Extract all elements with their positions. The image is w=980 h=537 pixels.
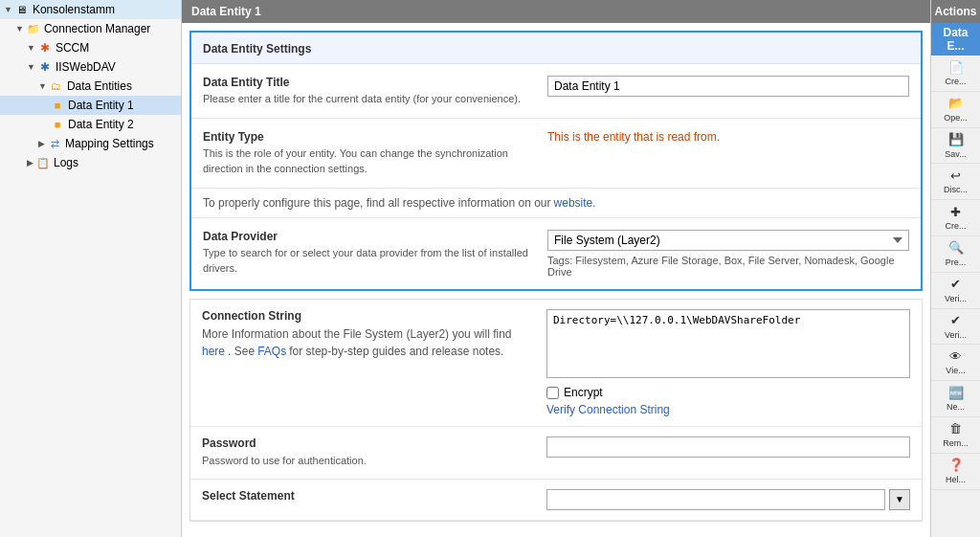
action-preview[interactable]: 🔍 Pre...	[931, 236, 980, 273]
create2-icon: ✚	[948, 204, 964, 219]
select-statement-label: Select Statement	[202, 489, 527, 503]
arrow-icon: ▶	[27, 158, 33, 168]
connection-string-label-area: Connection String More Information about…	[202, 309, 546, 360]
entity-type-section: Entity Type This is the role of your ent…	[191, 119, 921, 189]
action-new-label: Ne...	[947, 402, 965, 413]
folder-icon: 📁	[26, 21, 41, 36]
website-link[interactable]: website.	[554, 196, 596, 210]
connection-string-desc: More Information about the File System (…	[202, 325, 527, 360]
password-section: Password Password to use for authenticat…	[190, 427, 922, 480]
entity-type-description: This is the role of your entity. You can…	[203, 146, 528, 176]
entity-title-section: Data Entity Title Please enter a title f…	[191, 64, 921, 119]
action-create[interactable]: 📄 Cre...	[931, 56, 980, 92]
select-statement-row: ▼	[546, 489, 910, 510]
data-provider-label-area: Data Provider Type to search for or sele…	[203, 230, 547, 276]
arrow-icon: ▼	[15, 24, 24, 34]
sidebar-item-data-entities[interactable]: ▼ 🗂 Data Entities	[0, 77, 181, 96]
sidebar-item-data-entity-2[interactable]: ■ Data Entity 2	[0, 115, 181, 134]
actions-panel: Actions Data E... 📄 Cre... 📂 Ope... 💾 Sa…	[930, 0, 980, 537]
connection-panel: Connection String More Information about…	[189, 299, 923, 522]
action-verify2[interactable]: ✔ Veri...	[931, 309, 980, 346]
main-area: Data Entity 1 Data Entity Settings Data …	[182, 0, 930, 537]
sidebar-item-logs[interactable]: ▶ 📋 Logs	[0, 153, 181, 172]
arrow-icon: ▼	[4, 5, 12, 14]
action-open[interactable]: 📂 Ope...	[931, 92, 980, 128]
action-create-label: Cre...	[945, 77, 966, 87]
arrow-icon: ▼	[38, 81, 47, 91]
info-section: To properly configure this page, find al…	[191, 189, 921, 218]
entity-title-control	[547, 76, 909, 97]
sidebar-item-connection-manager[interactable]: ▼ 📁 Connection Manager	[0, 19, 181, 38]
entity-type-label: Entity Type	[203, 130, 528, 144]
faqs-link[interactable]: FAQs	[257, 345, 286, 358]
entity-type-control: This is the entity that is read from.	[547, 130, 909, 144]
data-provider-description: Type to search for or select your data p…	[203, 246, 528, 276]
create-icon: 📄	[948, 59, 964, 75]
title-text: Data Entity 1	[191, 5, 261, 18]
new-icon: 🆕	[948, 385, 964, 400]
here-link[interactable]: here	[202, 345, 225, 358]
action-discard-label: Disc...	[944, 185, 968, 195]
data-provider-section: Data Provider Type to search for or sele…	[191, 218, 921, 289]
sccm-icon: ✱	[37, 40, 53, 56]
action-remove[interactable]: 🗑 Rem...	[931, 417, 980, 454]
mapping-icon: ⇄	[47, 136, 62, 151]
actions-header: Actions	[931, 0, 980, 23]
encrypt-label: Encrypt	[564, 386, 603, 399]
open-icon: 📂	[948, 96, 964, 111]
arrow-icon: ▼	[27, 62, 35, 72]
sidebar-item-sccm[interactable]: ▼ ✱ SCCM	[0, 38, 181, 57]
actions-section-title: Data E...	[931, 23, 980, 56]
entity-title-label: Data Entity Title	[203, 76, 528, 89]
action-open-label: Ope...	[944, 113, 968, 123]
save-icon: 💾	[948, 132, 964, 147]
encrypt-checkbox[interactable]	[546, 387, 559, 399]
computer-icon: 🖥	[14, 2, 30, 17]
entity-title-input[interactable]	[547, 76, 909, 97]
provider-tags: Tags: Filesystem, Azure File Storage, Bo…	[547, 255, 909, 278]
select-statement-control-wrap: ▼	[546, 489, 910, 510]
action-help[interactable]: ❓ Hel...	[931, 454, 980, 490]
logs-icon: 📋	[35, 155, 51, 170]
sidebar-item-data-entity-1[interactable]: ■ Data Entity 1	[0, 96, 181, 115]
action-verify1[interactable]: ✔ Veri...	[931, 273, 980, 309]
action-remove-label: Rem...	[943, 438, 969, 449]
action-create2[interactable]: ✚ Cre...	[931, 200, 980, 236]
title-bar: Data Entity 1	[182, 0, 930, 23]
sidebar-item-mapping-settings[interactable]: ▶ ⇄ Mapping Settings	[0, 134, 181, 153]
action-view[interactable]: 👁 Vie...	[931, 345, 980, 381]
encrypt-row: Encrypt	[546, 386, 910, 399]
verify-connection-link[interactable]: Verify Connection String	[546, 403, 910, 416]
settings-header: Data Entity Settings	[191, 33, 921, 64]
iis-icon: ✱	[37, 59, 53, 75]
connection-string-control: Directory=\\127.0.0.1\WebDAVShareFolder …	[546, 309, 910, 416]
connection-string-label: Connection String	[202, 309, 527, 323]
select-statement-label-area: Select Statement	[202, 489, 546, 505]
arrow-icon: ▶	[38, 139, 45, 148]
password-input[interactable]	[546, 436, 910, 458]
action-discard[interactable]: ↩ Disc...	[931, 164, 980, 200]
connection-string-section: Connection String More Information about…	[190, 300, 922, 427]
data-provider-select[interactable]: File System (Layer2) SharePoint SQL Serv…	[547, 230, 909, 251]
action-verify1-label: Veri...	[945, 294, 967, 304]
verify2-icon: ✔	[948, 313, 964, 328]
info-text: To properly configure this page, find al…	[203, 196, 551, 210]
entity-type-value: This is the entity that is read from.	[547, 130, 909, 144]
password-control	[546, 436, 910, 458]
select-statement-button[interactable]: ▼	[889, 489, 910, 510]
action-verify2-label: Veri...	[945, 330, 967, 341]
arrow-icon: ▼	[27, 43, 35, 53]
password-description: Password to use for authentication.	[202, 453, 527, 469]
action-new[interactable]: 🆕 Ne...	[931, 381, 980, 417]
connection-string-textarea[interactable]: Directory=\\127.0.0.1\WebDAVShareFolder	[546, 309, 910, 378]
view-icon: 👁	[948, 348, 964, 364]
data-provider-control: File System (Layer2) SharePoint SQL Serv…	[547, 230, 909, 278]
password-label-area: Password Password to use for authenticat…	[202, 436, 546, 469]
action-save-label: Sav...	[945, 149, 966, 160]
action-save[interactable]: 💾 Sav...	[931, 128, 980, 165]
select-statement-section: Select Statement ▼	[190, 480, 922, 521]
sidebar-item-iiswebdav[interactable]: ▼ ✱ IISWebDAV	[0, 57, 181, 77]
select-statement-input[interactable]	[546, 489, 885, 510]
password-label: Password	[202, 436, 527, 450]
sidebar-item-konsolenstamm[interactable]: ▼ 🖥 Konsolenstamm	[0, 0, 181, 19]
